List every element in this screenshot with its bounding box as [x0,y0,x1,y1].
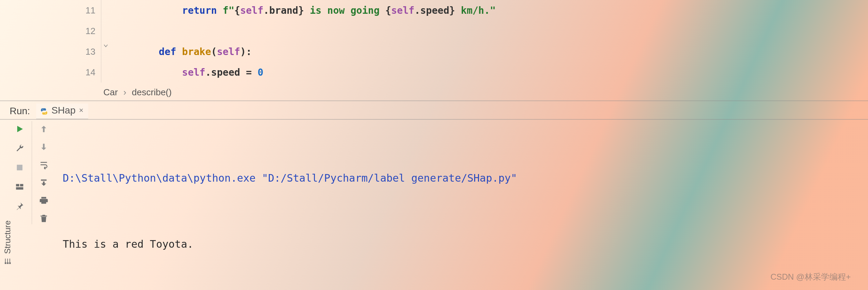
line-number: 11 [80,0,101,21]
svg-rect-4 [20,184,23,186]
run-label: Run: [10,106,30,117]
run-icon[interactable] [14,124,25,134]
run-tab-label: SHap [51,105,75,116]
stop-icon[interactable] [14,162,25,173]
pane-divider[interactable] [0,100,868,101]
trash-icon[interactable] [39,213,49,224]
line-gutter: 11 12 13 14 [80,0,101,83]
svg-point-0 [43,109,43,109]
chevron-right-icon: › [123,87,126,98]
code-body[interactable]: return f"{self.brand} is now going {self… [104,0,868,83]
breadcrumb[interactable]: Car › describe() [103,85,172,99]
console-command: D:\Stall\Python\data\python.exe "D:/Stal… [63,167,854,189]
svg-rect-5 [16,187,23,190]
code-editor[interactable]: 11 12 13 14 return f"{self.brand} is now… [80,0,868,83]
sidebar-tab-label: Structure [3,221,12,254]
pin-icon[interactable] [14,201,25,211]
soft-wrap-icon[interactable] [39,160,49,170]
arrow-down-icon[interactable] [39,142,49,152]
breadcrumb-item[interactable]: describe() [132,87,172,98]
sidebar-tab-structure[interactable]: Structure [3,221,12,265]
console-output[interactable]: D:\Stall\Python\data\python.exe "D:/Stal… [63,123,854,290]
run-toolbar-left [12,124,27,211]
wrench-icon[interactable] [14,143,25,153]
code-line[interactable]: return f"{self.brand} is now going {self… [104,0,868,21]
svg-rect-8 [9,262,11,264]
print-icon[interactable] [39,195,49,206]
svg-rect-2 [17,165,22,170]
line-number: 14 [80,62,101,83]
breadcrumb-item[interactable]: Car [103,87,118,98]
line-number: 12 [80,21,101,41]
structure-icon [4,257,11,265]
pane-divider [0,119,868,120]
code-line[interactable] [104,21,868,41]
svg-rect-3 [16,184,19,186]
run-tab[interactable]: SHap × [36,104,88,119]
arrow-up-icon[interactable] [39,124,49,134]
svg-rect-6 [5,262,7,264]
svg-point-1 [45,113,46,114]
code-line[interactable]: def brake(self): [104,41,868,62]
run-toolbar-right [37,124,51,224]
scroll-to-end-icon[interactable] [39,178,49,188]
close-icon[interactable]: × [79,106,83,115]
python-file-icon [40,107,48,114]
line-number: 13 [80,41,101,62]
run-toolwindow-header: Run: SHap × [10,104,88,118]
watermark-text: CSDN @林采学编程+ [770,271,851,282]
svg-rect-7 [7,262,9,264]
code-line[interactable]: self.speed = 0 [104,62,868,83]
console-line: This is a red Toyota. [63,233,854,255]
layout-icon[interactable] [14,182,25,192]
toolbar-divider [32,121,32,224]
